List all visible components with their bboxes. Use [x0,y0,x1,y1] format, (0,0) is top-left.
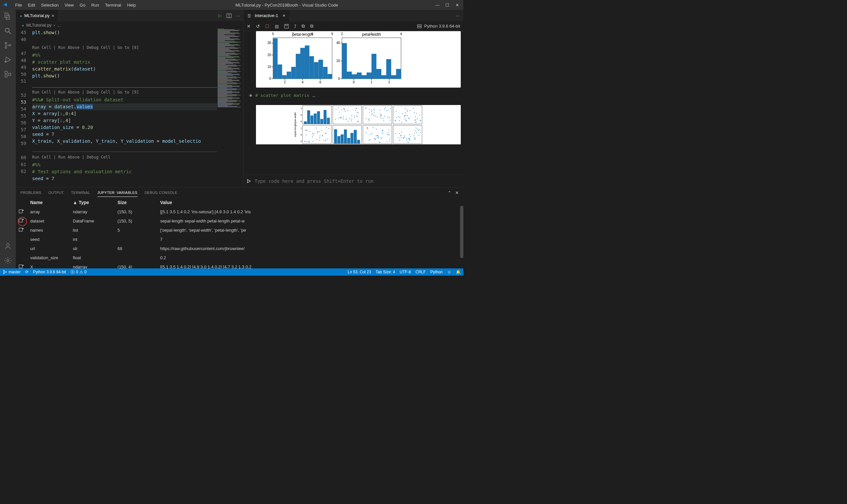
variable-size: 5 [118,228,160,233]
svg-rect-109 [355,117,355,118]
panel-tab-terminal[interactable]: TERMINAL [71,189,90,197]
run-python-icon[interactable]: ▷ [219,13,222,18]
svg-text:3: 3 [371,32,373,36]
save-icon[interactable] [284,24,289,29]
svg-text:30: 30 [268,41,271,44]
interactive-output[interactable]: petal-length57890102030246petal-width234… [244,31,463,175]
close-tab-icon[interactable]: × [52,13,54,18]
variable-row[interactable]: arrayndarray(150, 5)[[5.1 3.5 1.4 0.2 'I… [16,207,463,216]
scrollbar-thumb[interactable] [460,206,463,258]
variable-row[interactable]: Xndarray(150, 4)[[5.1 3.5 1.4 0.2] [4.9 … [16,262,463,268]
svg-rect-164 [365,108,366,109]
col-name[interactable]: Name [30,200,73,205]
tab-mltutorial[interactable]: ⬥ MLTutorial.py × [16,10,59,21]
minimap[interactable] [217,29,243,187]
menu-file[interactable]: File [13,1,24,9]
svg-rect-169 [393,106,422,124]
split-editor-icon[interactable] [227,13,232,18]
interactive-more-icon[interactable]: ··· [456,13,463,18]
search-icon[interactable] [4,27,12,35]
svg-rect-272 [376,129,376,129]
col-type[interactable]: ▲ Type [73,200,118,205]
menu-help[interactable]: Help [124,1,139,9]
panel-tab-debug-console[interactable]: DEBUG CONSOLE [145,189,178,197]
run-input-icon[interactable] [246,179,251,184]
tab-interactive[interactable]: Interactive-1 × [244,10,289,21]
settings-gear-icon[interactable] [4,257,12,265]
minimize-button[interactable]: — [435,3,440,7]
svg-rect-133 [363,106,392,124]
expand-icon[interactable]: ⧉ [302,23,305,29]
variable-row[interactable]: urlstr68https://raw.githubusercontent.co… [16,244,463,253]
status-language[interactable]: Python [430,270,443,274]
variables-icon[interactable]: ▦ [275,24,279,29]
svg-rect-262 [378,137,379,137]
col-size[interactable]: Size [118,200,160,205]
svg-rect-179 [402,122,402,123]
status-feedback[interactable]: ☺ [447,270,451,274]
svg-rect-51 [314,62,319,79]
variable-row[interactable]: seedint7 [16,235,463,244]
status-notifications[interactable]: 🔔 [456,270,461,274]
close-window-button[interactable]: ✕ [455,3,459,7]
status-errors[interactable]: ⓧ 0 ⚠ 0 [71,269,86,275]
stop-icon[interactable]: ☐ [265,24,269,29]
kernel-label[interactable]: Python 3.9.6 64-bit [424,24,460,29]
open-variable-icon[interactable] [18,209,30,214]
interrupt-icon[interactable]: ✕ [247,24,251,29]
panel-tab-jupyter-variables[interactable]: JUPYTER: VARIABLES [97,189,138,197]
svg-rect-110 [339,111,340,112]
status-branch[interactable]: master [3,270,21,274]
variable-row[interactable]: datasetDataFrame(150, 5)sepal-length sep… [16,216,463,226]
account-icon[interactable] [4,242,12,250]
panel-tab-problems[interactable]: PROBLEMS [20,189,41,197]
svg-rect-74 [352,74,357,79]
panel-close-icon[interactable]: ✕ [455,190,459,195]
svg-rect-302 [419,135,419,136]
interactive-input[interactable] [255,179,461,184]
status-encoding[interactable]: UTF-8 [400,270,411,274]
menu-edit[interactable]: Edit [25,1,38,9]
menu-run[interactable]: Run [89,1,102,9]
breadcrumb[interactable]: ⬥ MLTutorial.py › ... [16,21,243,29]
cell-header[interactable]: ✻ # scatter plot matrix … [246,92,461,99]
collapse-icon[interactable]: ⧉ [310,23,313,29]
editor-body[interactable]: 454647484950515253545556575859606162 plt… [16,29,243,187]
svg-rect-136 [374,112,375,113]
svg-rect-316 [415,128,416,128]
restart-icon[interactable]: ↺ [256,24,260,29]
svg-rect-294 [404,136,404,136]
status-eol[interactable]: CRLF [415,270,426,274]
open-variable-icon[interactable] [18,228,30,233]
menu-terminal[interactable]: Terminal [102,1,124,9]
open-variable-icon[interactable] [18,264,30,268]
maximize-button[interactable]: ☐ [445,3,450,7]
status-tabsize[interactable]: Tab Size: 4 [376,270,395,274]
panel-scrollbar[interactable] [460,198,463,268]
svg-rect-156 [375,116,375,116]
menu-go[interactable]: Go [77,1,88,9]
status-sync[interactable]: ⟳ [25,270,29,274]
more-actions-icon[interactable]: ··· [236,13,240,18]
menu-view[interactable]: View [62,1,76,9]
svg-point-2 [5,28,9,32]
export-icon[interactable]: ⤴ [294,24,296,29]
svg-rect-159 [370,109,370,110]
code-area[interactable]: plt.show()Run Cell | Run Above | Debug C… [32,29,217,187]
menu-selection[interactable]: Selection [38,1,61,9]
svg-rect-165 [374,109,375,109]
variable-row[interactable]: nameslist5['sepal-length', 'sepal-width'… [16,226,463,235]
run-debug-icon[interactable] [4,56,12,64]
source-control-icon[interactable] [4,41,12,49]
open-variable-icon[interactable] [18,218,30,223]
panel-tab-output[interactable]: OUTPUT [49,189,64,197]
svg-rect-309 [401,138,402,138]
variable-row[interactable]: validation_sizefloat0.2 [16,253,463,262]
col-value[interactable]: Value [160,200,461,205]
close-interactive-icon[interactable]: × [283,13,286,18]
extensions-icon[interactable] [4,70,12,78]
svg-rect-91 [310,115,313,124]
status-cursor[interactable]: Ln 53, Col 23 [347,270,371,274]
status-interpreter[interactable]: Python 3.9.6 64-bit [33,270,66,274]
panel-maximize-icon[interactable]: ⌃ [448,190,451,195]
